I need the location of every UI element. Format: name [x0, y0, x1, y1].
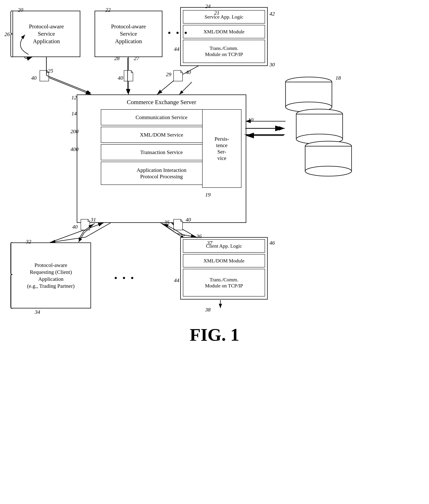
ref-38: 38 [205, 307, 211, 313]
ref-44-top: 44 [174, 46, 179, 52]
ref-14: 14 [72, 111, 77, 117]
diagram: Protocol-awareServiceApplication 20 26 P… [0, 0, 429, 504]
node-24: Service App. Logic XML/DOM Module Trans.… [180, 7, 268, 66]
doc-icon-29 [173, 70, 183, 82]
node-22-label: Protocol-awareServiceApplication [109, 21, 148, 46]
ellipsis-bottom: • • • [114, 273, 135, 283]
fig-label: FIG. 1 [0, 324, 429, 345]
ref-37: 37 [207, 240, 212, 246]
ref-34: 34 [35, 309, 40, 315]
ref-19: 19 [205, 192, 211, 198]
db-2 [295, 109, 344, 144]
ref-12: 12 [72, 95, 77, 101]
arrow-22-commerce [125, 57, 130, 95]
node-22: Protocol-awareServiceApplication [95, 11, 162, 57]
ref-40-5: 40 [186, 217, 191, 223]
ref-10: 10 [248, 117, 253, 123]
node-24-trans: Trans./Comm.Module on TCP/IP [183, 40, 265, 63]
svg-point-31 [305, 166, 352, 176]
node-24-service-app-label: Service App. Logic [203, 13, 245, 21]
bracket-32 [10, 242, 13, 309]
ref-28: 28 [114, 55, 120, 61]
node-36: Client App. Logic XML/DOM Module Trans./… [180, 237, 268, 300]
ellipsis-top: • • • [168, 28, 189, 38]
ref-46: 46 [269, 240, 275, 246]
svg-line-37 [179, 82, 192, 95]
ref-42: 42 [269, 11, 275, 17]
ref-30: 30 [269, 61, 275, 68]
ref-40-1: 40 [31, 75, 36, 81]
ref-36: 36 [196, 233, 202, 239]
node-36-xml: XML/DOM Module [183, 254, 265, 267]
ref-22: 22 [105, 7, 111, 13]
svg-line-53 [162, 223, 175, 232]
ref-24: 24 [205, 3, 211, 9]
ref-400: 400 [71, 146, 79, 152]
node-36-client: Client App. Logic [183, 239, 265, 253]
node-36-trans-label: Trans./Comm.Module on TCP/IP [203, 276, 245, 290]
arrow-36-down [218, 299, 223, 310]
svg-line-49 [79, 233, 84, 242]
trans-service-label: Transaction Service [138, 148, 185, 156]
ref-26: 26 [4, 31, 10, 37]
comm-service-label: Communication Service [134, 113, 189, 122]
node-20-label: Protocol-awareServiceApplication [27, 21, 66, 46]
ref-40-2: 40 [118, 75, 123, 81]
svg-line-42 [46, 75, 91, 93]
node-36-trans: Trans./Comm.Module on TCP/IP [183, 269, 265, 296]
ref-44-bot: 44 [174, 277, 179, 283]
commerce-server: Commerce Exchange Server Communication S… [77, 95, 246, 223]
node-36-xml-label: XML/DOM Module [202, 257, 246, 265]
ref-18: 18 [336, 75, 341, 81]
double-arrows [244, 125, 287, 139]
svg-line-51 [84, 224, 93, 231]
svg-line-55 [175, 230, 185, 236]
node-32: Protocol-awareRequesting (Client)Applica… [11, 243, 91, 308]
arrow-20-commerce [44, 57, 94, 95]
arrow-24-commerce [173, 81, 195, 96]
ref-32: 32 [26, 239, 31, 245]
arrow-26-back [11, 33, 32, 56]
ref-29: 29 [166, 71, 171, 77]
commerce-server-title: Commerce Exchange Server [127, 97, 196, 109]
svg-line-50 [79, 231, 84, 239]
persistence-label: Persis-tenceSer-vice [213, 135, 231, 162]
node-24-xml-label: XML/DOM Module [202, 28, 246, 36]
arrow-commerce-32 [77, 223, 104, 244]
db-3 [303, 141, 353, 176]
ref-40-3: 40 [186, 69, 191, 75]
app-interaction-label: Application InteractionProtocol Processi… [135, 166, 188, 181]
ref-200: 200 [71, 128, 79, 134]
node-24-service-app: Service App. Logic [183, 10, 265, 24]
db-1 [284, 77, 334, 112]
ref-20: 20 [18, 7, 23, 13]
persistence-box: Persis-tenceSer-vice [202, 109, 241, 188]
node-32-label: Protocol-awareRequesting (Client)Applica… [25, 260, 77, 291]
node-24-trans-label: Trans./Comm.Module on TCP/IP [203, 44, 245, 58]
ref-31: 31 [91, 217, 96, 223]
ref-27: 27 [134, 55, 139, 61]
svg-marker-22 [174, 70, 183, 81]
svg-line-48 [84, 223, 95, 233]
ref-21: 21 [214, 10, 220, 16]
node-24-xml: XML/DOM Module [183, 25, 265, 38]
xml-service-label: XML/DOM Service [138, 130, 185, 139]
